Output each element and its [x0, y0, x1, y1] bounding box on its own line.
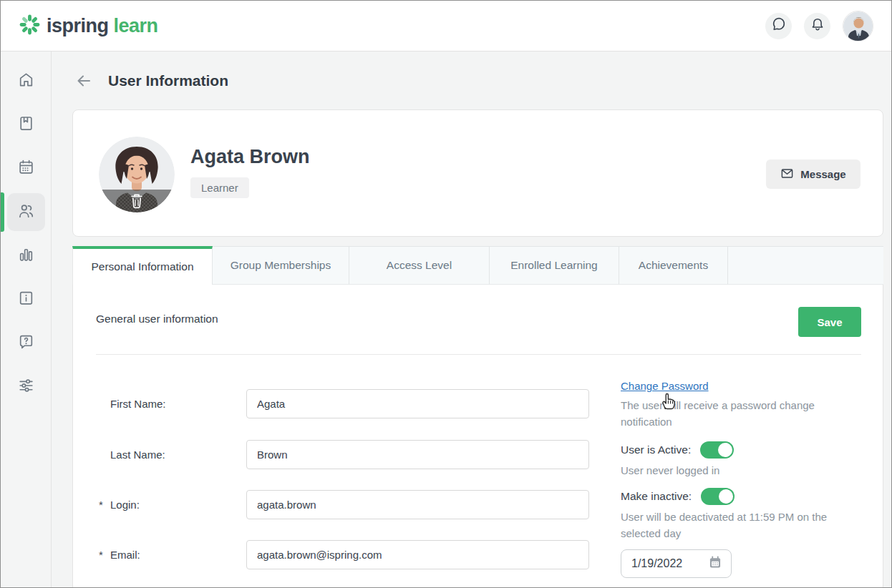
field-row-last-name: Last Name:: [73, 440, 617, 469]
tab-access-level[interactable]: Access Level: [349, 246, 490, 285]
ispring-learn-logo[interactable]: ispring learn: [19, 14, 158, 38]
make-inactive-hint: User will be deactivated at 11:59 PM on …: [621, 509, 839, 542]
app-window: ispring learn: [0, 0, 892, 588]
sidebar-item-users[interactable]: [1, 190, 52, 234]
login-input[interactable]: [246, 490, 589, 519]
role-badge: Learner: [190, 177, 249, 198]
account-options-column: Change Password The user will receive a …: [621, 380, 839, 578]
help-bubble-icon: [17, 333, 35, 353]
bar-chart-icon: [17, 245, 35, 266]
message-button-label: Message: [800, 168, 845, 180]
logo-text-secondary: learn: [114, 15, 158, 37]
page-title: User Information: [108, 72, 228, 89]
user-profile-card: Agata Brown Learner Message: [72, 109, 883, 237]
sidebar-item-reports[interactable]: [1, 234, 52, 278]
first-name-label: First Name:: [110, 398, 166, 410]
make-inactive-toggle[interactable]: [701, 488, 735, 505]
change-password-link[interactable]: Change Password: [621, 380, 709, 392]
last-name-input[interactable]: [246, 440, 589, 469]
calendar-icon: [17, 158, 35, 179]
book-icon: [17, 114, 35, 135]
user-active-hint: User never logged in: [621, 462, 839, 479]
sidebar-item-support[interactable]: [1, 321, 52, 365]
tab-group-memberships[interactable]: Group Memberships: [213, 246, 349, 285]
sidebar-item-courses[interactable]: [1, 103, 52, 147]
tab-label: Enrolled Learning: [510, 259, 598, 272]
sidebar-item-home[interactable]: [1, 59, 52, 103]
home-icon: [17, 71, 35, 92]
field-row-email: * Email:: [73, 540, 617, 569]
deactivation-date-picker[interactable]: 1/19/2022: [621, 549, 732, 578]
profile-tabs: Personal Information Group Memberships A…: [72, 246, 883, 285]
toggle-knob: [718, 443, 732, 457]
tab-strip-filler: [728, 246, 883, 285]
calendar-icon: [708, 555, 722, 572]
make-inactive-label: Make inactive:: [621, 490, 692, 503]
sidebar-item-calendar[interactable]: [1, 147, 52, 190]
user-name: Agata Brown: [190, 146, 310, 168]
personal-information-panel: General user information Save First Name…: [72, 285, 883, 588]
field-row-first-name: First Name:: [73, 389, 617, 418]
first-name-input[interactable]: [246, 389, 589, 418]
sliders-icon: [17, 376, 35, 397]
tab-label: Achievements: [639, 259, 708, 272]
message-button[interactable]: Message: [766, 160, 861, 189]
sidebar-nav: [1, 52, 52, 588]
chat-bubble-icon: [771, 16, 787, 35]
page-header: User Information: [75, 72, 228, 89]
required-marker: *: [99, 549, 103, 561]
required-marker: *: [99, 499, 103, 511]
change-password-hint: The user will receive a password change …: [621, 397, 839, 430]
tab-label: Access Level: [387, 259, 452, 272]
logo-text-primary: ispring: [47, 15, 109, 37]
tab-personal-information[interactable]: Personal Information: [72, 246, 213, 285]
topbar-actions: [765, 11, 873, 41]
sidebar-item-settings[interactable]: [1, 365, 52, 408]
last-name-label: Last Name:: [110, 449, 165, 461]
messages-button[interactable]: [765, 13, 792, 39]
active-nav-indicator: [1, 192, 4, 232]
user-active-label: User is Active:: [621, 444, 691, 456]
toggle-knob: [719, 489, 733, 504]
tab-achievements[interactable]: Achievements: [619, 246, 728, 285]
login-label: Login:: [110, 499, 140, 511]
back-button[interactable]: [75, 72, 92, 89]
section-title: General user information: [96, 313, 218, 325]
user-active-toggle[interactable]: [700, 441, 734, 459]
make-inactive-row: Make inactive:: [621, 488, 839, 505]
info-box-icon: [17, 289, 35, 310]
tab-enrolled-learning[interactable]: Enrolled Learning: [490, 246, 619, 285]
ispring-spinner-icon: [19, 14, 40, 38]
email-input[interactable]: [246, 540, 589, 569]
deactivation-date-value: 1/19/2022: [631, 557, 682, 570]
email-label: Email:: [110, 549, 140, 561]
user-avatar[interactable]: [99, 137, 175, 212]
bell-icon: [810, 16, 825, 35]
section-divider: [96, 354, 861, 355]
users-icon: [16, 202, 35, 223]
tab-label: Personal Information: [91, 260, 193, 273]
envelope-icon: [780, 167, 794, 182]
top-bar: ispring learn: [1, 1, 891, 52]
tab-label: Group Memberships: [231, 259, 331, 272]
save-button[interactable]: Save: [798, 307, 861, 337]
notifications-button[interactable]: [804, 13, 830, 39]
sidebar-item-info[interactable]: [1, 278, 52, 321]
user-active-row: User is Active:: [621, 441, 839, 459]
field-row-login: * Login:: [73, 490, 617, 519]
current-user-avatar[interactable]: [843, 11, 873, 41]
